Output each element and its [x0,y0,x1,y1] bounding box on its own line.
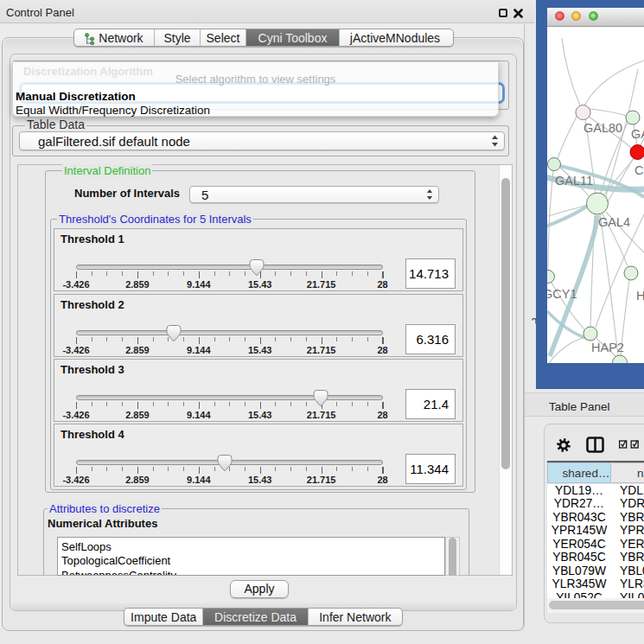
svg-text:GA: GA [631,127,644,141]
svg-text:H: H [636,289,644,303]
svg-text:GCY1: GCY1 [547,287,577,301]
svg-text:HAP2: HAP2 [591,341,624,354]
svg-text:C: C [634,163,643,177]
svg-text:GAL11: GAL11 [555,174,593,188]
svg-text:GAL80: GAL80 [583,121,622,135]
svg-text:GAL4: GAL4 [598,215,630,229]
